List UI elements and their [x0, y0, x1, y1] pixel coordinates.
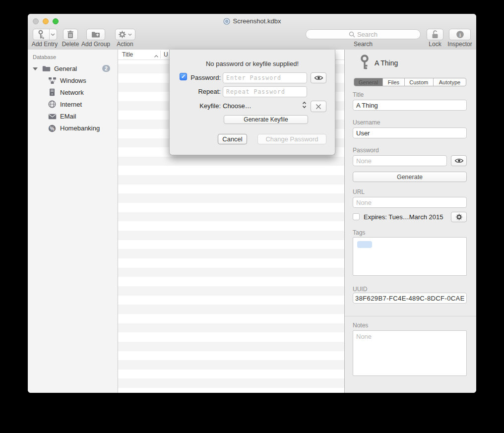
- inspector-button[interactable]: i: [449, 29, 471, 40]
- group-sidebar: Database General 2 Windows Network: [28, 50, 118, 393]
- trash-icon: [67, 30, 74, 39]
- add-entry-label: Add Entry: [32, 41, 58, 48]
- lock-button[interactable]: [427, 29, 443, 40]
- lock-label: Lock: [429, 41, 441, 48]
- svg-text:%: %: [50, 126, 55, 131]
- delete-label: Delete: [62, 41, 79, 48]
- tab-custom[interactable]: Custom: [404, 78, 433, 86]
- tab-autotype[interactable]: Autotype: [433, 78, 466, 86]
- expires-label: Expires: Tues…March 2015: [364, 213, 443, 221]
- password-checkbox[interactable]: [180, 73, 187, 80]
- eye-icon: [314, 75, 323, 81]
- inspector-label: Inspector: [447, 41, 472, 48]
- search-placeholder: Search: [357, 31, 378, 38]
- gear-icon: [456, 214, 462, 220]
- info-icon: i: [456, 30, 464, 39]
- uuid-field[interactable]: [353, 293, 467, 304]
- column-header-title[interactable]: Title: [122, 51, 133, 58]
- sidebar-item-label: Windows: [60, 77, 86, 84]
- uuid-field-label: UUID: [353, 286, 367, 293]
- clear-keyfile-button[interactable]: [311, 101, 326, 112]
- keyfile-popup[interactable]: Choose…: [223, 102, 252, 110]
- notes-separator: [345, 316, 476, 316]
- chevron-down-icon: [51, 33, 55, 36]
- cancel-button[interactable]: Cancel: [218, 134, 247, 144]
- action-button[interactable]: [115, 29, 135, 40]
- generate-keyfile-button[interactable]: Generate Keyfile: [224, 115, 308, 124]
- sidebar-item-windows[interactable]: Windows: [28, 76, 118, 85]
- folder-icon: [42, 65, 51, 73]
- generate-password-label: Generate: [397, 174, 423, 181]
- tags-field[interactable]: [353, 237, 467, 276]
- username-field-label: Username: [353, 119, 380, 126]
- svg-text:i: i: [459, 32, 460, 38]
- sidebar-item-network[interactable]: Network: [28, 88, 118, 97]
- add-entry-button[interactable]: [33, 29, 57, 40]
- entry-count-badge: 2: [102, 65, 110, 72]
- inspector-panel: A Thing General Files Custom Autotype Ti…: [344, 50, 476, 393]
- search-input[interactable]: Search: [306, 29, 421, 39]
- key-icon: [360, 55, 370, 72]
- screenshot-background: Screenshot.kdbx Add Entry Delete Add Gro…: [0, 0, 504, 433]
- gear-icon: [119, 31, 126, 38]
- tag-chip[interactable]: [357, 241, 372, 248]
- close-x-icon: [315, 104, 321, 110]
- globe-icon: [48, 100, 56, 110]
- tab-files[interactable]: Files: [382, 78, 404, 86]
- username-field[interactable]: [353, 127, 467, 138]
- repeat-password-input[interactable]: [223, 86, 307, 97]
- reveal-password-button[interactable]: [311, 72, 326, 83]
- sheet-message: No password or keyfile supplied!: [170, 60, 335, 67]
- notes-field-label: Notes: [353, 322, 368, 329]
- window-chrome: Screenshot.kdbx Add Entry Delete Add Gro…: [28, 14, 476, 50]
- add-group-button[interactable]: [86, 29, 105, 40]
- title-field[interactable]: [353, 100, 467, 111]
- sidebar-item-homebanking[interactable]: % Homebanking: [28, 124, 118, 133]
- column-divider[interactable]: [160, 51, 161, 59]
- password-field[interactable]: [353, 155, 447, 166]
- repeat-label: Repeat:: [187, 88, 221, 95]
- password-field-label: Password: [353, 147, 379, 154]
- generate-password-button[interactable]: Generate: [353, 172, 467, 182]
- sidebar-item-label: Network: [60, 89, 84, 96]
- expires-settings-button[interactable]: [451, 212, 467, 222]
- generate-keyfile-label: Generate Keyfile: [244, 116, 288, 123]
- password-input[interactable]: [223, 72, 307, 83]
- lock-open-icon: [431, 30, 439, 39]
- keyfile-label: Keyfile:: [187, 102, 221, 110]
- key-plus-icon: [38, 30, 45, 40]
- sidebar-item-label: Internet: [60, 101, 82, 108]
- sidebar-item-email[interactable]: EMail: [28, 112, 118, 121]
- change-password-label: Change Password: [265, 135, 318, 143]
- sidebar-item-label: General: [54, 65, 77, 72]
- change-password-sheet: No password or keyfile supplied! Passwor…: [169, 50, 335, 155]
- url-field[interactable]: [353, 197, 467, 208]
- url-field-label: URL: [353, 188, 365, 195]
- search-icon: [349, 31, 355, 38]
- change-password-button[interactable]: Change Password: [257, 134, 326, 144]
- sidebar-item-internet[interactable]: Internet: [28, 100, 118, 109]
- add-entry-dropdown-segment[interactable]: [49, 29, 57, 40]
- titlebar: Screenshot.kdbx: [28, 17, 476, 25]
- notes-field[interactable]: [353, 330, 467, 376]
- document-proxy-icon: [223, 18, 230, 25]
- sidebar-item-label: EMail: [60, 113, 76, 120]
- sort-ascending-icon: [154, 53, 159, 60]
- expires-checkbox[interactable]: [353, 213, 360, 220]
- search-label: Search: [354, 41, 373, 48]
- add-entry-main-segment[interactable]: [33, 29, 49, 40]
- title-field-label: Title: [353, 91, 364, 98]
- inspector-tabs: General Files Custom Autotype: [354, 78, 466, 86]
- column-header-username[interactable]: U: [164, 51, 168, 58]
- action-label: Action: [117, 41, 133, 48]
- reveal-password-button[interactable]: [451, 155, 467, 166]
- envelope-icon: [48, 114, 57, 121]
- app-window: Screenshot.kdbx Add Entry Delete Add Gro…: [28, 14, 476, 393]
- cancel-label: Cancel: [222, 135, 242, 143]
- disclosure-triangle-icon[interactable]: [33, 67, 38, 70]
- eye-icon: [454, 158, 464, 164]
- sidebar-item-label: Homebanking: [60, 124, 100, 132]
- tab-general[interactable]: General: [354, 78, 382, 86]
- popup-stepper-icon[interactable]: [302, 101, 307, 111]
- delete-button[interactable]: [63, 29, 78, 40]
